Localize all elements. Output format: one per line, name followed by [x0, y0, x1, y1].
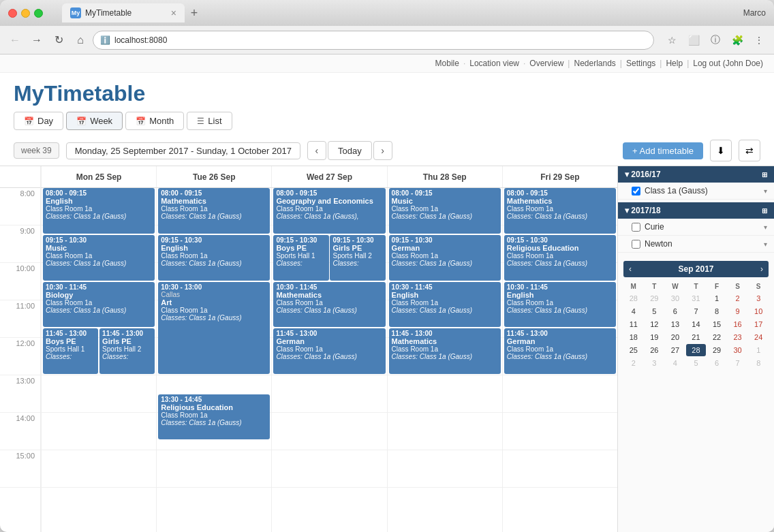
- sidebar-dropdown-newton[interactable]: ▾: [764, 240, 767, 248]
- reload-button[interactable]: ↻: [49, 31, 68, 50]
- cast-icon[interactable]: ⬜: [684, 31, 703, 50]
- mini-cal-day[interactable]: 31: [686, 292, 707, 304]
- mini-cal-day[interactable]: 3: [645, 357, 665, 369]
- browser-tab[interactable]: My MyTimetable ×: [62, 3, 185, 22]
- next-week-button[interactable]: ›: [373, 141, 392, 160]
- mini-cal-day[interactable]: 23: [728, 331, 748, 343]
- prev-week-button[interactable]: ‹: [307, 141, 326, 160]
- event-block[interactable]: 08:00 - 09:15MathematicsClass Room 1aCla…: [504, 188, 616, 234]
- event-block[interactable]: 11:45 - 13:00GermanClass Room 1aClasses:…: [273, 328, 385, 374]
- event-block[interactable]: 08:00 - 09:15MathematicsClass Room 1aCla…: [158, 188, 270, 234]
- event-block[interactable]: 10:30 - 11:45EnglishClass Room 1aClasses…: [504, 282, 616, 328]
- mini-cal-day[interactable]: 24: [748, 331, 769, 343]
- mini-cal-day[interactable]: 4: [665, 357, 685, 369]
- mini-cal-day[interactable]: 7: [728, 357, 748, 369]
- menu-icon[interactable]: ⋮: [749, 31, 769, 50]
- mini-cal-day[interactable]: 2: [728, 292, 748, 304]
- mini-cal-day[interactable]: 2: [623, 357, 644, 369]
- tab-list[interactable]: ☰ List: [187, 112, 232, 130]
- today-button[interactable]: Today: [328, 141, 372, 160]
- mini-cal-day[interactable]: 19: [645, 331, 665, 343]
- mini-cal-day[interactable]: 30: [665, 292, 685, 304]
- mini-cal-day[interactable]: 14: [686, 318, 707, 330]
- tab-week[interactable]: 📅 Week: [66, 112, 123, 130]
- mini-cal-day[interactable]: 10: [748, 305, 769, 317]
- mini-cal-day[interactable]: 11: [623, 318, 644, 330]
- event-block[interactable]: 09:15 - 10:30Boys PESports Hall 1Classes…: [273, 235, 328, 281]
- sidebar-checkbox-newton[interactable]: [632, 240, 640, 249]
- event-block[interactable]: 09:15 - 10:30GermanClass Room 1aClasses:…: [389, 235, 501, 281]
- nav-location-view[interactable]: Location view: [469, 59, 519, 68]
- mini-cal-day[interactable]: 29: [707, 344, 727, 356]
- sidebar-dropdown-curie[interactable]: ▾: [764, 223, 767, 231]
- tab-close-button[interactable]: ×: [171, 7, 176, 18]
- mini-cal-day[interactable]: 1: [707, 292, 727, 304]
- sidebar-section-header-2016[interactable]: ▾ 2016/17 ⊞: [618, 166, 774, 183]
- event-block[interactable]: 11:45 - 13:00Girls PESports Hall 2Classe…: [99, 328, 155, 374]
- extensions-icon[interactable]: 🧩: [728, 31, 747, 50]
- address-bar[interactable]: ℹ️ localhost:8080: [93, 31, 654, 50]
- sidebar-dropdown-class1a[interactable]: ▾: [764, 187, 767, 195]
- nav-help[interactable]: Help: [666, 59, 683, 68]
- mini-cal-prev[interactable]: ‹: [629, 264, 632, 274]
- event-block[interactable]: 11:45 - 13:00GermanClass Room 1aClasses:…: [504, 328, 616, 374]
- event-block[interactable]: 10:30 - 13:00CallasArtClass Room 1aClass…: [158, 282, 270, 375]
- event-block[interactable]: 11:45 - 13:00MathematicsClass Room 1aCla…: [389, 328, 501, 374]
- mini-cal-day[interactable]: 5: [686, 357, 707, 369]
- mini-cal-day[interactable]: 28: [686, 344, 707, 356]
- mini-cal-day[interactable]: 26: [645, 344, 665, 356]
- event-block[interactable]: 10:30 - 11:45EnglishClass Room 1aClasses…: [389, 282, 501, 328]
- tab-day[interactable]: 📅 Day: [14, 112, 63, 130]
- mini-cal-day[interactable]: 21: [686, 331, 707, 343]
- mini-cal-day[interactable]: 13: [665, 318, 685, 330]
- event-block[interactable]: 09:15 - 10:30MusicClass Room 1aClasses: …: [43, 235, 155, 281]
- event-block[interactable]: 11:45 - 13:00Boys PESports Hall 1Classes…: [43, 328, 98, 374]
- mini-cal-day[interactable]: 30: [728, 344, 748, 356]
- event-block[interactable]: 08:00 - 09:15MusicClass Room 1aClasses: …: [389, 188, 501, 234]
- nav-overview[interactable]: Overview: [529, 59, 563, 68]
- event-block[interactable]: 10:30 - 11:45MathematicsClass Room 1aCla…: [273, 282, 385, 328]
- download-button[interactable]: ⬇: [710, 140, 732, 161]
- nav-language[interactable]: Nederlands: [574, 59, 615, 68]
- nav-settings[interactable]: Settings: [626, 59, 655, 68]
- minimize-button[interactable]: [21, 9, 30, 18]
- event-block[interactable]: 09:15 - 10:30EnglishClass Room 1aClasses…: [158, 235, 270, 281]
- event-block[interactable]: 08:00 - 09:15Geography and EconomicsClas…: [273, 188, 385, 234]
- event-block[interactable]: 10:30 - 11:45BiologyClass Room 1aClasses…: [43, 282, 155, 328]
- back-button[interactable]: ←: [5, 31, 25, 50]
- mini-cal-day[interactable]: 5: [645, 305, 665, 317]
- sidebar-checkbox-curie[interactable]: [632, 223, 640, 232]
- info-icon[interactable]: ⓘ: [706, 31, 725, 50]
- mini-cal-day[interactable]: 29: [645, 292, 665, 304]
- mini-cal-day[interactable]: 6: [665, 305, 685, 317]
- mini-cal-day[interactable]: 18: [623, 331, 644, 343]
- nav-logout[interactable]: Log out (John Doe): [693, 59, 763, 68]
- mini-cal-day[interactable]: 15: [707, 318, 727, 330]
- mini-cal-day[interactable]: 28: [623, 292, 644, 304]
- sidebar-checkbox-class1a[interactable]: [632, 187, 640, 195]
- event-block[interactable]: 08:00 - 09:15EnglishClass Room 1aClasses…: [43, 188, 155, 234]
- mini-cal-day[interactable]: 16: [728, 318, 748, 330]
- maximize-button[interactable]: [34, 9, 43, 18]
- mini-cal-day[interactable]: 12: [645, 318, 665, 330]
- mini-cal-day[interactable]: 1: [748, 344, 769, 356]
- tab-month[interactable]: 📅 Month: [125, 112, 184, 130]
- mini-cal-day[interactable]: 7: [686, 305, 707, 317]
- forward-button[interactable]: →: [27, 31, 46, 50]
- new-tab-button[interactable]: +: [185, 3, 204, 22]
- mini-cal-day[interactable]: 8: [748, 357, 769, 369]
- mini-cal-day[interactable]: 9: [728, 305, 748, 317]
- mini-cal-day[interactable]: 8: [707, 305, 727, 317]
- bookmark-icon[interactable]: ☆: [662, 31, 681, 50]
- sidebar-section-header-2017[interactable]: ▾ 2017/18 ⊞: [618, 202, 774, 219]
- sync-button[interactable]: ⇄: [739, 140, 760, 161]
- home-button[interactable]: ⌂: [71, 31, 90, 50]
- mini-cal-next[interactable]: ›: [760, 264, 763, 274]
- mini-cal-day[interactable]: 6: [707, 357, 727, 369]
- mini-cal-day[interactable]: 25: [623, 344, 644, 356]
- add-timetable-button[interactable]: + Add timetable: [623, 142, 703, 159]
- event-block[interactable]: 09:15 - 10:30Religious EducationClass Ro…: [504, 235, 616, 281]
- mini-cal-day[interactable]: 22: [707, 331, 727, 343]
- mini-cal-day[interactable]: 17: [748, 318, 769, 330]
- mini-cal-day[interactable]: 20: [665, 331, 685, 343]
